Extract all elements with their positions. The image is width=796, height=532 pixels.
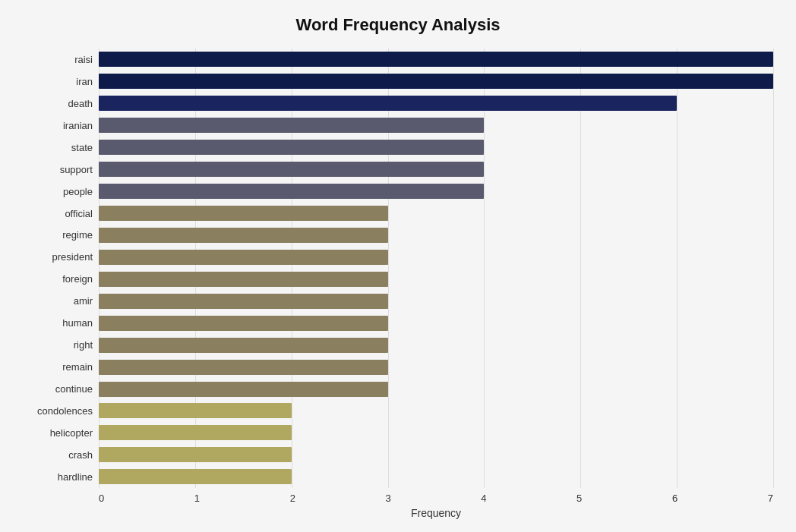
grid-line [580, 49, 581, 488]
bar [99, 382, 388, 397]
bar-row [99, 380, 773, 398]
bar-row [99, 160, 773, 178]
bar [99, 96, 677, 111]
bar [99, 272, 388, 287]
bar-row [99, 467, 773, 486]
grid-line [773, 49, 774, 488]
bar [99, 425, 292, 440]
x-tick-label: 5 [576, 493, 582, 504]
bar [99, 294, 388, 309]
bar-row [99, 423, 773, 442]
bar [99, 360, 388, 375]
y-axis-label: right [74, 335, 93, 356]
y-axis-label: crash [68, 444, 93, 465]
bar [99, 118, 484, 133]
bar-row [99, 445, 773, 464]
bar [99, 338, 388, 353]
chart-area: raisiirandeathiranianstatesupportpeopleo… [23, 49, 773, 488]
bar [99, 316, 388, 331]
y-axis-label: regime [62, 225, 93, 246]
bar-row [99, 336, 773, 354]
y-axis-label: death [68, 93, 93, 114]
y-axis-label: iran [76, 71, 93, 92]
bar [99, 162, 484, 177]
y-axis-label: president [52, 247, 93, 268]
y-axis-label: human [62, 313, 93, 334]
grid-line [195, 49, 196, 488]
y-axis-label: raisi [74, 49, 93, 70]
bar [99, 403, 292, 418]
bar-row [99, 226, 773, 244]
y-axis-label: condolences [37, 400, 93, 421]
y-axis-label: hardline [58, 466, 93, 487]
x-tick-label: 7 [768, 493, 773, 504]
bar [99, 447, 292, 462]
x-tick-label: 6 [672, 493, 678, 504]
x-tick-label: 2 [290, 493, 295, 504]
grid-line [484, 49, 485, 488]
y-axis-label: amir [74, 291, 93, 312]
bar [99, 74, 773, 89]
x-tick-label: 1 [194, 493, 200, 504]
grid-line [388, 49, 389, 488]
bar [99, 140, 484, 155]
bar-row [99, 358, 773, 376]
bar-row [99, 182, 773, 200]
y-axis-labels: raisiirandeathiranianstatesupportpeopleo… [23, 49, 99, 488]
y-axis-label: official [65, 203, 93, 224]
y-axis-label: state [71, 137, 93, 158]
y-axis-label: remain [62, 357, 93, 378]
bars-area [99, 49, 773, 488]
bar-row [99, 270, 773, 288]
bar [99, 228, 388, 243]
bar [99, 52, 773, 67]
bar [99, 469, 292, 484]
bar-row [99, 248, 773, 266]
x-axis: 01234567 [99, 493, 773, 504]
bar-row [99, 116, 773, 134]
y-axis-label: iranian [63, 115, 93, 136]
bar [99, 206, 388, 221]
bar [99, 250, 388, 265]
x-axis-label: Frequency [99, 507, 773, 519]
y-axis-label: foreign [62, 269, 93, 290]
x-tick-label: 3 [385, 493, 390, 504]
chart-container: Word Frequency Analysis raisiirandeathir… [0, 0, 796, 532]
bar-row [99, 314, 773, 332]
chart-title: Word Frequency Analysis [23, 15, 773, 35]
bar [99, 184, 484, 199]
y-axis-label: support [60, 159, 93, 180]
bar-row [99, 292, 773, 310]
grid-line [677, 49, 678, 488]
bar-row [99, 138, 773, 156]
bar-row [99, 401, 773, 420]
bar-row [99, 50, 773, 68]
bar-row [99, 204, 773, 222]
grid-line [99, 49, 100, 488]
x-tick-label: 0 [99, 493, 104, 504]
bar-row [99, 94, 773, 112]
x-tick-label: 4 [481, 493, 486, 504]
y-axis-label: helicopter [50, 422, 93, 443]
y-axis-label: continue [55, 379, 93, 400]
bar-row [99, 72, 773, 90]
grid-line [292, 49, 292, 488]
y-axis-label: people [63, 181, 93, 202]
